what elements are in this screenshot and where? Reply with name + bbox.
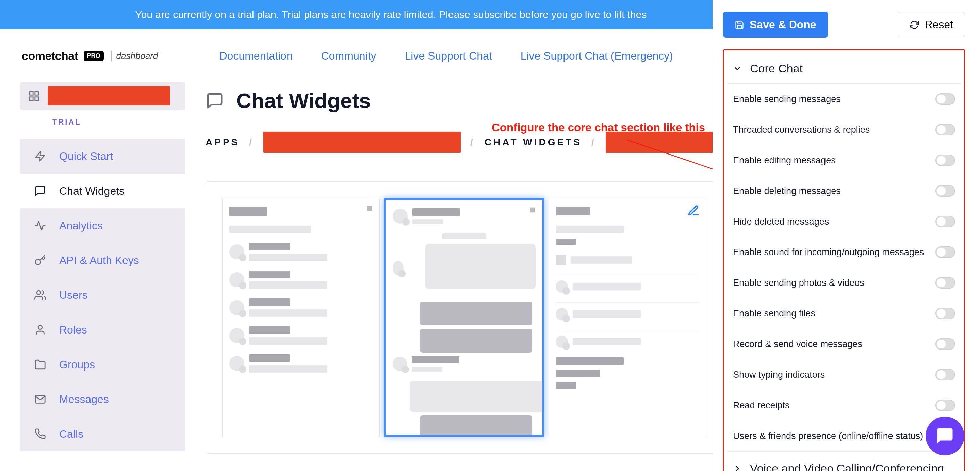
toggle-row: Enable sending messages — [727, 84, 961, 115]
sidebar-item-users[interactable]: Users — [21, 278, 185, 312]
core-chat-section: Core Chat Enable sending messagesThreade… — [723, 49, 965, 471]
more-icon[interactable] — [366, 205, 373, 212]
sidebar-item-label: Analytics — [59, 220, 103, 232]
svg-rect-1 — [35, 92, 38, 95]
sidebar-item-groups[interactable]: Groups — [21, 347, 185, 382]
more-icon[interactable] — [529, 206, 536, 214]
sidebar-item-chat-widgets[interactable]: Chat Widgets — [21, 173, 185, 208]
svg-rect-2 — [30, 97, 33, 100]
sidebar-item-api-keys[interactable]: API & Auth Keys — [21, 243, 185, 278]
toggle-label: Users & friends presence (online/offline… — [733, 431, 928, 441]
breadcrumb-sep: / — [249, 137, 254, 148]
toggle-switch[interactable] — [935, 124, 955, 135]
toggle-row: Enable editing messages — [727, 145, 961, 176]
bolt-icon — [33, 149, 48, 164]
nav-support-emergency[interactable]: Live Support Chat (Emergency) — [520, 50, 673, 62]
toggle-row: Enable sending files — [727, 298, 961, 329]
sidebar-nav: Quick Start Chat Widgets Analytics API &… — [21, 139, 185, 451]
sidebar-item-messages[interactable]: Messages — [21, 382, 185, 417]
toggle-switch[interactable] — [935, 399, 955, 411]
top-nav: Documentation Community Live Support Cha… — [219, 50, 673, 62]
nav-community[interactable]: Community — [321, 50, 376, 62]
chevron-down-icon — [733, 64, 742, 73]
toggle-label: Enable sound for incoming/outgoing messa… — [733, 247, 924, 258]
preview-column-contacts[interactable] — [222, 198, 380, 437]
svg-marker-4 — [36, 151, 45, 161]
reset-label: Reset — [924, 18, 953, 31]
reset-icon — [910, 20, 919, 30]
trial-chip: TRIAL — [48, 115, 86, 129]
user-icon — [33, 322, 48, 337]
toggle-row: Read receipts — [727, 390, 961, 421]
core-chat-header[interactable]: Core Chat — [727, 54, 961, 84]
svg-rect-7 — [367, 206, 372, 211]
activity-icon — [33, 218, 48, 233]
chat-icon — [33, 183, 48, 198]
users-icon — [33, 288, 48, 302]
toggle-row: Enable deleting messages — [727, 176, 961, 206]
toggle-row: Enable sound for incoming/outgoing messa… — [727, 237, 961, 267]
app-name-redacted — [48, 86, 170, 105]
sidebar-item-analytics[interactable]: Analytics — [21, 208, 185, 243]
help-chat-button[interactable] — [926, 417, 964, 455]
nav-documentation[interactable]: Documentation — [219, 50, 292, 62]
chevron-right-icon — [733, 464, 742, 471]
phone-icon — [33, 426, 48, 441]
toggle-label: Enable deleting messages — [733, 186, 841, 196]
nav-support[interactable]: Live Support Chat — [405, 50, 492, 62]
toggle-switch[interactable] — [935, 154, 955, 166]
sidebar-item-label: Messages — [59, 393, 109, 406]
toggle-switch[interactable] — [935, 93, 955, 105]
svg-rect-0 — [30, 92, 33, 95]
svg-point-5 — [37, 291, 40, 294]
folder-icon — [33, 357, 48, 372]
breadcrumb-app-redacted[interactable] — [263, 132, 461, 153]
trial-banner: You are currently on a trial plan. Trial… — [0, 0, 782, 29]
toggle-switch[interactable] — [935, 308, 955, 319]
breadcrumb-sep: / — [470, 137, 475, 148]
sidebar-item-label: API & Auth Keys — [59, 254, 139, 267]
voice-video-title: Voice and Video Calling/Conferencing — [750, 462, 944, 471]
toggle-switch[interactable] — [935, 216, 955, 228]
toggle-row: Record & send voice messages — [727, 329, 961, 360]
trial-banner-text: You are currently on a trial plan. Trial… — [135, 9, 646, 21]
toggle-switch[interactable] — [935, 338, 955, 350]
toggle-label: Record & send voice messages — [733, 339, 862, 350]
voice-video-header[interactable]: Voice and Video Calling/Conferencing — [727, 451, 961, 471]
toggle-label: Hide deleted messages — [733, 216, 829, 227]
sidebar-item-label: Chat Widgets — [59, 185, 124, 197]
svg-rect-8 — [530, 208, 535, 213]
toggle-label: Enable sending photos & videos — [733, 278, 864, 288]
toggle-switch[interactable] — [935, 369, 955, 380]
breadcrumb-apps[interactable]: APPS — [205, 137, 240, 148]
toggle-switch[interactable] — [935, 185, 955, 197]
toggle-label: Read receipts — [733, 400, 790, 411]
preview-column-details[interactable] — [549, 198, 706, 437]
mail-icon — [33, 392, 48, 407]
apps-grid-icon — [26, 88, 42, 104]
chat-icon — [205, 92, 224, 110]
save-button[interactable]: Save & Done — [723, 11, 828, 38]
save-icon — [735, 20, 744, 30]
toggle-switch[interactable] — [935, 277, 955, 289]
reset-button[interactable]: Reset — [898, 12, 965, 37]
logo-pro-badge: PRO — [84, 51, 104, 61]
preview-column-conversation[interactable] — [384, 198, 545, 437]
toggle-row: Show typing indicators — [727, 360, 961, 390]
edit-icon[interactable] — [687, 205, 700, 217]
sidebar-item-calls[interactable]: Calls — [21, 417, 185, 451]
logo-name: cometchat — [22, 49, 78, 63]
svg-rect-3 — [35, 97, 38, 100]
sidebar-item-quick-start[interactable]: Quick Start — [21, 139, 185, 173]
toggle-label: Enable sending files — [733, 308, 815, 319]
sidebar-item-roles[interactable]: Roles — [21, 312, 185, 347]
breadcrumb-chat-widgets[interactable]: CHAT WIDGETS — [485, 137, 582, 148]
sidebar-item-label: Groups — [59, 358, 95, 371]
toggle-switch[interactable] — [935, 247, 955, 258]
logo-dashboard: dashboard — [111, 51, 158, 61]
app-selector[interactable] — [21, 82, 185, 110]
sidebar-item-label: Quick Start — [59, 150, 113, 163]
toggle-label: Show typing indicators — [733, 369, 825, 380]
breadcrumb-sep: / — [592, 137, 596, 148]
sidebar-item-label: Calls — [59, 428, 83, 440]
